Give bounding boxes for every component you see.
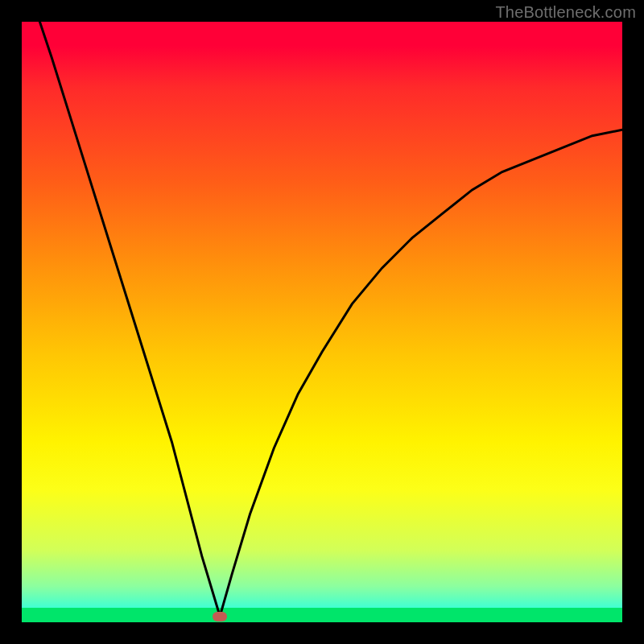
minimum-marker xyxy=(213,612,227,621)
plot-area xyxy=(22,22,622,622)
curve-layer xyxy=(22,22,622,622)
curve-left-branch xyxy=(39,22,220,617)
chart-frame: TheBottleneck.com xyxy=(0,0,644,644)
watermark-text: TheBottleneck.com xyxy=(495,3,636,22)
curve-right-branch xyxy=(220,130,622,616)
